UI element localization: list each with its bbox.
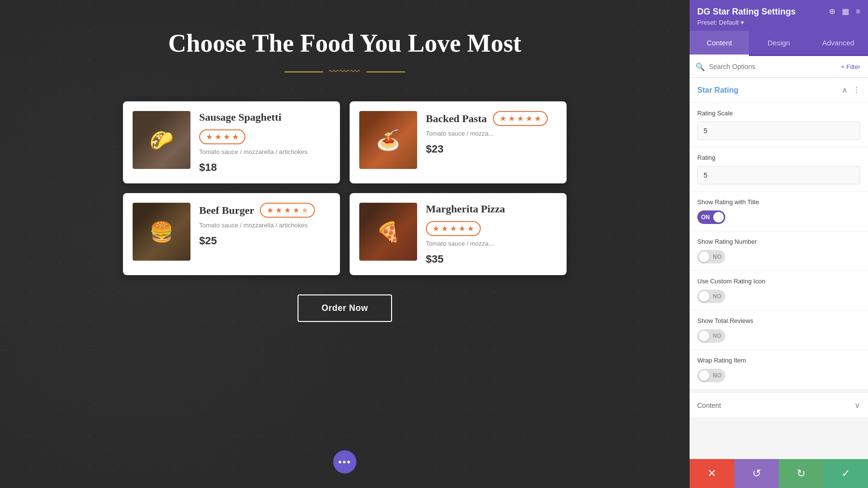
star-badge-beef-burger: ★★★★★ — [260, 203, 315, 218]
toggle-on-label: ON — [701, 214, 710, 221]
search-row: 🔍 + Filter — [690, 56, 868, 78]
toggle-knob — [713, 212, 724, 223]
food-image-margherita-pizza: 🍕 — [359, 203, 417, 261]
dots-icon: ••• — [338, 457, 351, 468]
section-collapse-button[interactable]: ∧ — [842, 85, 848, 95]
divider-ornament: 〰〰〰 — [329, 66, 361, 77]
redo-button[interactable]: ↻ — [779, 459, 824, 488]
food-price-beef-burger: $25 — [199, 235, 330, 247]
wrap-rating-item-toggle[interactable]: NO — [697, 369, 725, 382]
section-header: Star Rating ∧ ⋮ — [690, 78, 868, 103]
star-badge-sausage-spaghetti: ★★★★ — [199, 129, 245, 144]
tab-content[interactable]: Content — [690, 31, 749, 56]
panel-layout-icon[interactable]: ▦ — [842, 7, 849, 16]
custom-rating-icon-label: Use Custom Rating Icon — [697, 278, 860, 285]
toggle-off-label: NO — [713, 293, 721, 300]
chevron-down-icon: ∨ — [854, 401, 860, 410]
undo-button[interactable]: ↺ — [734, 459, 779, 488]
food-details-backed-pasta: Backed Pasta ★★★★★ Tomato sauce / mozza.… — [426, 111, 557, 155]
star-half: ★ — [301, 206, 308, 215]
filter-button[interactable]: + Filter — [839, 59, 862, 74]
collapsed-header[interactable]: Content ∨ — [690, 393, 868, 418]
food-desc-backed-pasta: Tomato sauce / mozza... — [426, 130, 557, 137]
star-3: ★ — [232, 132, 239, 141]
star-2: ★ — [450, 224, 457, 233]
tab-design[interactable]: Design — [749, 31, 808, 56]
food-desc-beef-burger: Tomato sauce / mozzarella / artichokes — [199, 222, 330, 229]
show-rating-title-label: Show Rating with Title — [697, 198, 860, 206]
tab-advanced[interactable]: Advanced — [809, 31, 868, 56]
food-desc-sausage-spaghetti: Tomato sauce / mozzarella / artichokes — [199, 148, 330, 155]
star-0: ★ — [433, 224, 439, 233]
panel-menu-icon[interactable]: ≡ — [856, 7, 860, 16]
star-2: ★ — [517, 114, 524, 123]
show-rating-number-toggle[interactable]: NO — [697, 250, 725, 264]
food-name-beef-burger: Beef Burger — [199, 204, 254, 217]
food-grid: 🌮 Sausage Spaghetti ★★★★ Tomato sauce / … — [123, 101, 567, 275]
food-name-margherita-pizza: Margherita Pizza — [426, 203, 505, 215]
save-button[interactable]: ✓ — [824, 459, 868, 488]
toggle-off-label: NO — [713, 253, 721, 260]
star-2: ★ — [284, 206, 291, 215]
search-input[interactable] — [709, 56, 835, 77]
star-0: ★ — [206, 132, 213, 141]
food-image-beef-burger: 🍔 — [133, 203, 190, 261]
custom-rating-icon-toggle-wrap: NO — [697, 290, 860, 303]
food-card-backed-pasta: 🍝 Backed Pasta ★★★★★ Tomato sauce / mozz… — [350, 101, 567, 183]
food-header-backed-pasta: Backed Pasta ★★★★★ — [426, 111, 557, 126]
save-icon: ✓ — [841, 467, 850, 480]
panel-title: DG Star Rating Settings — [697, 7, 796, 17]
food-price-backed-pasta: $23 — [426, 143, 557, 155]
show-total-reviews-label: Show Total Reviews — [697, 317, 860, 324]
show-total-reviews-toggle-wrap: NO — [697, 329, 860, 343]
wrap-rating-item-label: Wrap Rating Item — [697, 357, 860, 364]
order-btn-wrap: Order Now — [298, 294, 393, 322]
panel-preset[interactable]: Preset: Default ▾ — [697, 19, 796, 26]
main-canvas: Choose The Food You Love Most 〰〰〰 🌮 Saus… — [0, 0, 690, 488]
show-total-reviews-toggle[interactable]: NO — [697, 329, 725, 343]
show-rating-number-toggle-wrap: NO — [697, 250, 860, 264]
rating-input[interactable] — [697, 166, 860, 184]
food-price-sausage-spaghetti: $18 — [199, 161, 330, 174]
star-1: ★ — [441, 224, 448, 233]
order-now-button[interactable]: Order Now — [298, 294, 393, 322]
section-title: Star Rating — [697, 86, 738, 95]
food-details-sausage-spaghetti: Sausage Spaghetti ★★★★ Tomato sauce / mo… — [199, 111, 330, 174]
show-rating-number-row: Show Rating Number NO — [690, 231, 868, 271]
food-header-sausage-spaghetti: Sausage Spaghetti ★★★★ — [199, 111, 330, 144]
floating-dots-button[interactable]: ••• — [333, 450, 356, 474]
star-1: ★ — [508, 114, 515, 123]
food-image-sausage-spaghetti: 🌮 — [133, 111, 190, 169]
page-heading: Choose The Food You Love Most — [168, 29, 521, 57]
custom-rating-icon-row: Use Custom Rating Icon NO — [690, 271, 868, 310]
food-name-sausage-spaghetti: Sausage Spaghetti — [199, 111, 282, 124]
toggle-off-label: NO — [713, 333, 721, 339]
rating-scale-row: Rating Scale — [690, 103, 868, 147]
panel-target-icon[interactable]: ⊕ — [829, 7, 835, 16]
toggle-off-label: NO — [713, 372, 721, 379]
food-card-margherita-pizza: 🍕 Margherita Pizza ★★★★★ Tomato sauce / … — [350, 193, 567, 275]
star-3: ★ — [293, 206, 299, 215]
show-rating-title-toggle[interactable]: ON — [697, 210, 725, 224]
food-details-beef-burger: Beef Burger ★★★★★ Tomato sauce / mozzare… — [199, 203, 330, 247]
collapsed-section-title: Content — [697, 402, 721, 409]
rating-scale-input[interactable] — [697, 122, 860, 140]
food-header-beef-burger: Beef Burger ★★★★★ — [199, 203, 330, 218]
heading-divider: 〰〰〰 — [285, 66, 405, 77]
star-2: ★ — [223, 132, 230, 141]
cancel-button[interactable]: ✕ — [690, 459, 734, 488]
food-card-sausage-spaghetti: 🌮 Sausage Spaghetti ★★★★ Tomato sauce / … — [123, 101, 340, 183]
star-rating-section: Star Rating ∧ ⋮ Rating Scale Rating Show… — [690, 78, 868, 390]
search-icon: 🔍 — [695, 62, 705, 71]
custom-rating-icon-toggle[interactable]: NO — [697, 290, 725, 303]
wrap-rating-item-toggle-wrap: NO — [697, 369, 860, 382]
toggle-knob — [699, 370, 709, 381]
redo-icon: ↻ — [797, 467, 805, 480]
rating-scale-label: Rating Scale — [697, 110, 860, 117]
toggle-knob — [699, 331, 709, 341]
star-badge-backed-pasta: ★★★★★ — [493, 111, 548, 126]
show-total-reviews-row: Show Total Reviews NO — [690, 310, 868, 350]
food-details-margherita-pizza: Margherita Pizza ★★★★★ Tomato sauce / mo… — [426, 203, 557, 265]
food-price-margherita-pizza: $35 — [426, 253, 557, 265]
section-more-button[interactable]: ⋮ — [853, 85, 860, 95]
